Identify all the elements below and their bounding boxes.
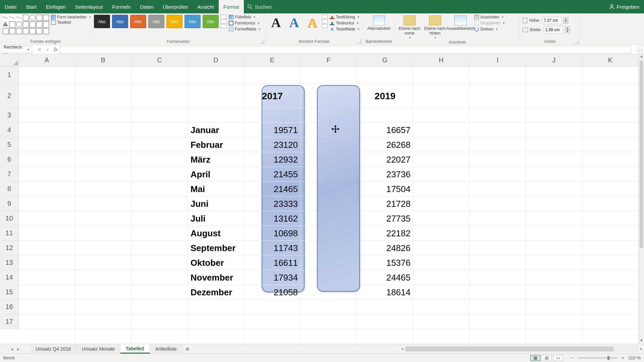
wordart-style-1[interactable]: A xyxy=(268,15,284,31)
cell[interactable]: 22182 xyxy=(360,228,411,239)
cancel-formula-button[interactable]: ✕ xyxy=(36,47,44,52)
scroll-down-icon[interactable]: ▼ xyxy=(639,339,644,344)
menu-datei[interactable]: Datei xyxy=(0,0,21,13)
cell[interactable]: 17504 xyxy=(360,184,411,194)
col-header-J[interactable]: J xyxy=(526,54,582,66)
share-button[interactable]: Freigeben xyxy=(609,4,639,10)
width-spinner[interactable]: ▲▼ xyxy=(565,26,570,33)
cell[interactable]: Dezember xyxy=(191,287,241,298)
height-input[interactable] xyxy=(542,17,561,24)
style-swatch-4[interactable]: Abc xyxy=(148,15,164,28)
height-spinner[interactable]: ▲▼ xyxy=(564,17,568,24)
rotate-button[interactable]: Drehen▼ xyxy=(474,27,505,32)
rounded-rectangle-shape-2[interactable] xyxy=(317,85,360,292)
row-header-1[interactable]: 1 xyxy=(0,66,19,84)
width-input[interactable] xyxy=(544,26,563,34)
row-header-11[interactable]: 11 xyxy=(0,226,19,241)
sheet-tab[interactable]: Artikelliste xyxy=(150,344,182,353)
row-header-8[interactable]: 8 xyxy=(0,182,19,196)
cell[interactable]: Mai xyxy=(191,184,241,194)
cell[interactable]: 21465 xyxy=(247,184,298,194)
text-outline-button[interactable]: ATextkontur▼ xyxy=(330,21,360,25)
menu-ansicht[interactable]: Ansicht xyxy=(193,0,219,13)
shape-effects-button[interactable]: Formeffekte▼ xyxy=(229,27,261,32)
col-header-E[interactable]: E xyxy=(244,54,301,66)
cell[interactable]: 10698 xyxy=(247,228,298,239)
menu-formeln[interactable]: Formeln xyxy=(108,0,136,13)
cell[interactable]: März xyxy=(191,155,241,165)
wordart-gallery-scroll[interactable] xyxy=(322,15,328,28)
formula-bar-expand[interactable]: ⌄ xyxy=(637,46,643,53)
scroll-up-icon[interactable]: ▲ xyxy=(639,54,644,60)
sheet-tab[interactable]: Umsatz Q4 2018 xyxy=(30,344,76,353)
col-header-A[interactable]: A xyxy=(19,54,75,66)
chevron-down-icon[interactable]: ▼ xyxy=(27,48,30,51)
view-normal-button[interactable]: ▦ xyxy=(530,355,540,361)
cell[interactable]: 21455 xyxy=(247,169,298,180)
style-swatch-6[interactable]: Abc xyxy=(184,15,201,28)
cell[interactable]: 19571 xyxy=(247,125,298,135)
view-page-break-button[interactable]: ▭ xyxy=(553,355,563,361)
scroll-right-icon[interactable]: ▸ xyxy=(638,347,644,351)
tab-nav[interactable]: ◂▸ xyxy=(0,344,30,353)
scroll-thumb[interactable] xyxy=(406,347,613,351)
dialog-launcher-icon[interactable] xyxy=(357,39,361,43)
row-header-7[interactable]: 7 xyxy=(0,167,19,182)
cell[interactable]: 26268 xyxy=(360,140,411,150)
cell[interactable]: November xyxy=(191,273,241,283)
col-header-I[interactable]: I xyxy=(470,54,526,66)
zoom-level[interactable]: 210 % xyxy=(628,355,641,360)
menu-daten[interactable]: Daten xyxy=(136,0,158,13)
style-swatch-2[interactable]: Abc xyxy=(112,15,128,28)
formula-bar[interactable] xyxy=(60,46,631,53)
view-page-layout-button[interactable]: ▤ xyxy=(542,355,552,361)
row-header-2[interactable]: 2 xyxy=(0,84,19,108)
cell[interactable]: September xyxy=(191,243,241,253)
row-header-12[interactable]: 12 xyxy=(0,241,19,255)
selection-pane-button[interactable]: Auswahlbereich xyxy=(449,15,472,31)
edit-shape-button[interactable]: Form bearbeiten▼ xyxy=(51,15,91,19)
enter-formula-button[interactable]: ✓ xyxy=(44,47,52,52)
cell[interactable]: 23120 xyxy=(247,140,298,150)
row-header-17[interactable]: 17 xyxy=(0,314,19,329)
shape-fill-button[interactable]: Fülleffekt▼ xyxy=(229,15,261,19)
row-header-9[interactable]: 9 xyxy=(0,196,19,211)
row-header-4[interactable]: 4 xyxy=(0,123,19,137)
cell[interactable]: 16657 xyxy=(360,125,411,135)
shape-style-gallery[interactable]: Abc Abc Abc Abc Abc Abc Abc xyxy=(94,15,219,28)
alt-text-button[interactable]: Alternativtext xyxy=(366,15,392,31)
row-header-13[interactable]: 13 xyxy=(0,255,19,270)
zoom-in-button[interactable]: + xyxy=(620,355,626,360)
name-box[interactable]: Rechteck: ... ▼ xyxy=(1,46,32,53)
cell[interactable]: 12932 xyxy=(247,155,298,165)
style-swatch-7[interactable]: Abc xyxy=(203,15,219,28)
cell[interactable]: 21728 xyxy=(360,199,411,209)
row-header-15[interactable]: 15 xyxy=(0,285,19,300)
cell[interactable]: 16611 xyxy=(247,258,298,268)
cell[interactable]: April xyxy=(191,169,241,180)
bring-forward-button[interactable]: Ebene nach vorne▼ xyxy=(398,15,421,39)
col-header-B[interactable]: B xyxy=(75,54,131,66)
wordart-style-3[interactable]: A xyxy=(305,15,320,31)
row-header-10[interactable]: 10 xyxy=(0,211,19,226)
zoom-out-button[interactable]: − xyxy=(569,355,575,360)
style-gallery-scroll[interactable] xyxy=(221,15,227,28)
row-header-5[interactable]: 5 xyxy=(0,137,19,152)
col-header-H[interactable]: H xyxy=(413,54,470,66)
sheet-tab[interactable]: Umsatz Monate xyxy=(76,344,120,353)
dialog-launcher-icon[interactable] xyxy=(575,39,579,43)
zoom-slider[interactable] xyxy=(577,357,618,359)
cell[interactable]: 11743 xyxy=(247,243,298,253)
row-header-6[interactable]: 6 xyxy=(0,152,19,167)
cell[interactable]: Oktober xyxy=(191,258,241,268)
ribbon-search[interactable]: Suchen xyxy=(247,4,272,10)
col-header-C[interactable]: C xyxy=(131,54,188,66)
cell[interactable]: 17934 xyxy=(247,273,298,283)
column-headers[interactable]: ABCDEFGHIJK xyxy=(19,54,639,66)
menu-seitenlayout[interactable]: Seitenlayout xyxy=(70,0,108,13)
cell[interactable]: Juli xyxy=(191,214,241,224)
row-header-3[interactable]: 3 xyxy=(0,108,19,123)
menu-format[interactable]: Format xyxy=(219,0,244,13)
vertical-scrollbar[interactable]: ▲ ▼ xyxy=(639,54,644,344)
cell[interactable]: 24826 xyxy=(360,243,411,253)
